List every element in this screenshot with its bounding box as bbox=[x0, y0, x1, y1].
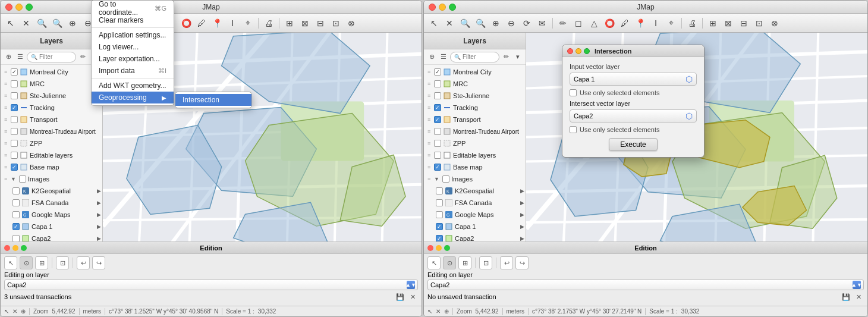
toolbar-btn-13[interactable]: 🖊 bbox=[195, 17, 208, 30]
right-toolbar-btn-10[interactable]: ◻ bbox=[572, 17, 585, 30]
right-toolbar-btn-21[interactable]: ⊡ bbox=[753, 17, 766, 30]
right-layer-checkbox-airport[interactable] bbox=[434, 128, 441, 135]
right-layer-item-zpp[interactable]: ≡ ZPP bbox=[424, 137, 526, 149]
layer-checkbox-montreal-city[interactable] bbox=[11, 68, 18, 76]
right-sidebar-edit-btn[interactable]: ✏ bbox=[501, 52, 511, 62]
layer-checkbox-zpp[interactable] bbox=[11, 140, 18, 147]
right-toolbar-btn-12[interactable]: ⭕ bbox=[603, 17, 616, 30]
right-layer-item-tracking[interactable]: ≡ Tracking bbox=[424, 102, 526, 114]
right-layer-checkbox-montreal-city[interactable] bbox=[434, 68, 441, 76]
toolbar-btn-14[interactable]: 📍 bbox=[210, 17, 224, 30]
menu-item-add-wkt[interactable]: Add WKT geometry... bbox=[92, 80, 174, 92]
layer-item-google-maps[interactable]: G Google Maps ▶ bbox=[1, 209, 102, 221]
layer-checkbox-editable-layers[interactable] bbox=[11, 152, 18, 159]
sidebar-list-btn[interactable]: ☰ bbox=[15, 52, 26, 62]
right-layer-checkbox-fsa-canada[interactable] bbox=[436, 199, 443, 206]
layer-checkbox-base-map[interactable] bbox=[11, 164, 18, 171]
layer-item-k2geospatial[interactable]: K K2Geospatial ▶ bbox=[1, 185, 102, 197]
toolbar-btn-22[interactable]: ⊗ bbox=[345, 17, 358, 30]
right-toolbar-btn-3[interactable]: 🔍 bbox=[458, 17, 471, 30]
menu-item-layer-export[interactable]: Layer exportation... bbox=[92, 53, 174, 65]
right-layer-item-capa2[interactable]: Capa2 ▶ bbox=[424, 233, 526, 241]
right-toolbar-btn-19[interactable]: ⊠ bbox=[722, 17, 735, 30]
right-layer-checkbox-k2geospatial[interactable] bbox=[436, 187, 443, 194]
right-toolbar-btn-6[interactable]: ⊖ bbox=[505, 17, 518, 30]
layer-item-base-map[interactable]: ≡ Base map bbox=[1, 161, 102, 173]
expand-icon-images[interactable]: ▼ bbox=[11, 176, 16, 182]
layer-checkbox-images[interactable] bbox=[19, 175, 26, 183]
toolbar-btn-15[interactable]: Ⅰ bbox=[226, 17, 239, 30]
right-edition-layer-select[interactable]: Capa2 ▲▼ bbox=[427, 280, 864, 290]
right-layer-checkbox-tracking[interactable] bbox=[434, 104, 441, 111]
right-toolbar-btn-2[interactable]: ✕ bbox=[443, 17, 456, 30]
edition-node-btn[interactable]: ⊡ bbox=[56, 256, 69, 269]
right-layer-item-k2geospatial[interactable]: K K2Geospatial ▶ bbox=[424, 185, 526, 197]
toolbar-btn-17[interactable]: 🖨 bbox=[262, 17, 275, 30]
dialog-maximize-btn[interactable] bbox=[584, 48, 590, 54]
toolbar-btn-5[interactable]: ⊕ bbox=[66, 17, 79, 30]
right-sidebar-add-btn[interactable]: ⊕ bbox=[426, 52, 437, 62]
right-toolbar-btn-11[interactable]: △ bbox=[587, 17, 600, 30]
right-toolbar-btn-13[interactable]: 🖊 bbox=[618, 17, 631, 30]
toolbar-btn-21[interactable]: ⊡ bbox=[329, 17, 342, 30]
right-toolbar-btn-8[interactable]: ✉ bbox=[536, 17, 549, 30]
right-layer-item-images[interactable]: ≡ ▼ Images bbox=[424, 173, 526, 185]
layer-item-zpp[interactable]: ≡ ZPP bbox=[1, 137, 102, 149]
toolbar-btn-18[interactable]: ⊞ bbox=[283, 17, 296, 30]
layer-checkbox-airport[interactable] bbox=[11, 128, 18, 135]
right-layer-item-fsa-canada[interactable]: FSA Canada ▶ bbox=[424, 197, 526, 209]
right-toolbar-btn-16[interactable]: ⌖ bbox=[665, 17, 678, 30]
right-layer-item-editable-layers[interactable]: ≡ Editable layers bbox=[424, 149, 526, 161]
toolbar-btn-19[interactable]: ⊠ bbox=[298, 17, 312, 30]
layer-checkbox-transport[interactable] bbox=[11, 116, 18, 123]
edition-discard-btn[interactable]: ✕ bbox=[407, 291, 418, 302]
right-toolbar-btn-7[interactable]: ⟳ bbox=[520, 17, 533, 30]
right-edition-redo-btn[interactable]: ↪ bbox=[515, 256, 529, 269]
right-layer-item-capa1[interactable]: Capa 1 ▶ bbox=[424, 221, 526, 233]
right-toolbar-btn-5[interactable]: ⊕ bbox=[489, 17, 502, 30]
right-layer-item-montreal-city[interactable]: ≡ Montreal City bbox=[424, 66, 526, 78]
right-layer-checkbox-capa1[interactable] bbox=[436, 223, 443, 230]
layer-item-capa1[interactable]: Capa 1 ▶ bbox=[1, 221, 102, 233]
menu-item-geoprocessing[interactable]: Geoprocessing ▶ Intersection bbox=[92, 92, 174, 103]
edition-select-arrow[interactable]: ▲▼ bbox=[407, 281, 415, 289]
menu-item-log-viewer[interactable]: Log viewer... bbox=[92, 41, 174, 53]
right-layer-checkbox-google-maps[interactable] bbox=[436, 211, 443, 218]
right-layer-checkbox-zpp[interactable] bbox=[434, 140, 441, 147]
maximize-button[interactable] bbox=[26, 4, 33, 11]
sidebar-edit-btn[interactable]: ✏ bbox=[77, 52, 88, 62]
right-edition-select-arrow[interactable]: ▲▼ bbox=[853, 281, 861, 289]
right-edition-save-btn[interactable]: 💾 bbox=[841, 291, 851, 302]
right-toolbar-btn-20[interactable]: ⊟ bbox=[737, 17, 750, 30]
layer-checkbox-tracking[interactable] bbox=[11, 104, 18, 111]
layer-item-capa2[interactable]: Capa2 ▶ bbox=[1, 233, 102, 241]
right-minimize-button[interactable] bbox=[439, 4, 446, 11]
minimize-button[interactable] bbox=[15, 4, 23, 11]
right-edition-circle-btn[interactable]: ⊙ bbox=[443, 256, 456, 269]
toolbar-btn-16[interactable]: ⌖ bbox=[241, 17, 254, 30]
right-edition-discard-btn[interactable]: ✕ bbox=[853, 291, 864, 302]
toolbar-btn-3[interactable]: 🔍 bbox=[35, 17, 48, 30]
dialog-close-btn[interactable] bbox=[567, 48, 573, 54]
toolbar-btn-20[interactable]: ⊟ bbox=[314, 17, 327, 30]
right-edition-pointer-btn[interactable]: ↖ bbox=[427, 256, 441, 269]
layer-checkbox-k2geospatial[interactable] bbox=[12, 187, 20, 194]
layer-item-fsa-canada[interactable]: FSA Canada ▶ bbox=[1, 197, 102, 209]
right-toolbar-btn-9[interactable]: ✏ bbox=[556, 17, 570, 30]
layer-item-transport[interactable]: ≡ Transport bbox=[1, 114, 102, 125]
right-toolbar-btn-1[interactable]: ↖ bbox=[427, 17, 441, 30]
layer-item-editable-layers[interactable]: ≡ Editable layers bbox=[1, 149, 102, 161]
toolbar-btn-12[interactable]: ⭕ bbox=[180, 17, 193, 30]
dialog-execute-button[interactable]: Execute bbox=[609, 138, 657, 151]
right-toolbar-btn-15[interactable]: Ⅰ bbox=[649, 17, 662, 30]
right-toolbar-btn-14[interactable]: 📍 bbox=[634, 17, 647, 30]
right-maximize-button[interactable] bbox=[449, 4, 456, 11]
right-layer-item-base-map[interactable]: ≡ Base map bbox=[424, 161, 526, 173]
right-edition-undo-btn[interactable]: ↩ bbox=[500, 256, 513, 269]
edition-undo-btn[interactable]: ↩ bbox=[77, 256, 90, 269]
right-edition-transform-btn[interactable]: ⊞ bbox=[458, 256, 471, 269]
right-layer-item-google-maps[interactable]: G Google Maps ▶ bbox=[424, 209, 526, 221]
layer-checkbox-capa1[interactable] bbox=[12, 223, 20, 230]
menu-item-import-data[interactable]: Import data ⌘I bbox=[92, 65, 174, 77]
right-sidebar-list-btn[interactable]: ☰ bbox=[438, 52, 449, 62]
